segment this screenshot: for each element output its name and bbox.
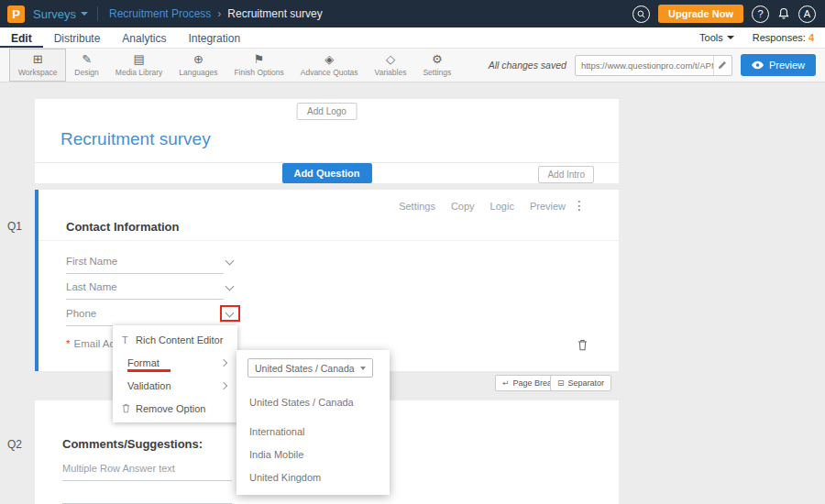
separator-button[interactable]: ⊟ Separator [550, 375, 611, 391]
required-asterisk: * [66, 338, 70, 349]
format-option-united-kingdom[interactable]: United Kingdom [236, 467, 390, 488]
advance-quotas-icon: ◈ [324, 53, 334, 65]
tab-edit[interactable]: Edit [0, 27, 43, 48]
question-action-links: Settings Copy Logic Preview [399, 201, 566, 212]
tools-label: Tools [699, 32, 723, 43]
add-logo-button[interactable]: Add Logo [296, 103, 358, 120]
survey-header-card: Add Logo Recruitment survey Add Question… [35, 99, 619, 183]
topbar-right-cluster: Upgrade Now ? A [632, 5, 825, 23]
toolbar-item-languages[interactable]: ⊕ Languages [170, 49, 226, 82]
context-menu-item-label: Remove Option [136, 403, 205, 414]
format-option-us-canada[interactable]: United States / Canada [236, 392, 390, 412]
question-number-q1: Q1 [7, 220, 22, 233]
editor-toolbar: ⊞ Workspace ✎ Design ▤ Media Library ⊕ L… [0, 49, 825, 82]
contact-field-phone[interactable]: Phone [66, 308, 224, 326]
context-menu-item-rich-content-editor[interactable]: T Rich Content Editor [113, 328, 237, 351]
upgrade-now-button[interactable]: Upgrade Now [658, 5, 743, 23]
responses-count: 4 [808, 32, 814, 43]
help-icon[interactable]: ? [752, 5, 769, 23]
languages-icon: ⊕ [193, 53, 204, 65]
field-options-chevron-icon[interactable] [226, 282, 235, 291]
format-select-dropdown[interactable]: United States / Canada [248, 358, 373, 378]
multirow-answer-placeholder[interactable]: Multiple Row Answer text [62, 463, 232, 481]
toolbar-item-variables[interactable]: ◇ Variables [367, 49, 415, 82]
top-navigation-bar: P Surveys Recruitment Process › Recruitm… [0, 0, 825, 27]
nav-right-cluster: Tools Responses:4 [699, 27, 825, 48]
context-menu-item-label: Format [127, 357, 160, 368]
submenu-chevron-right-icon [220, 382, 227, 389]
responses-label: Responses: [753, 32, 806, 43]
question-heading[interactable]: Comments/Suggestions: [62, 437, 203, 451]
separator-label: Separator [568, 378, 605, 388]
toolbar-item-workspace[interactable]: ⊞ Workspace [9, 49, 66, 82]
finish-options-icon: ⚑ [254, 53, 265, 65]
annotation-red-box [220, 305, 240, 322]
survey-title[interactable]: Recruitment survey [60, 129, 211, 149]
question-copy-link[interactable]: Copy [451, 201, 475, 212]
surveys-menu-label: Surveys [33, 7, 76, 21]
settings-gear-icon: ⚙ [432, 53, 443, 65]
question-preview-link[interactable]: Preview [530, 201, 566, 212]
tab-integration[interactable]: Integration [177, 27, 251, 48]
surveys-menu[interactable]: Surveys [33, 7, 88, 21]
toolbar-item-label: Settings [423, 68, 451, 77]
format-selected-value: United States / Canada [255, 363, 355, 374]
toolbar-item-media-library[interactable]: ▤ Media Library [107, 49, 171, 82]
question-logic-link[interactable]: Logic [490, 201, 514, 212]
tab-analytics[interactable]: Analytics [111, 27, 177, 48]
search-icon[interactable] [632, 5, 650, 23]
toolbar-item-label: Advance Quotas [301, 68, 358, 77]
format-option-international[interactable]: International [236, 422, 390, 442]
question-heading[interactable]: Contact Information [66, 220, 180, 234]
add-intro-button[interactable]: Add Intro [538, 166, 594, 183]
chevron-down-icon [727, 36, 734, 39]
context-menu-item-remove-option[interactable]: Remove Option [113, 397, 237, 420]
toolbar-item-label: Media Library [116, 68, 163, 77]
toolbar-item-finish-options[interactable]: ⚑ Finish Options [226, 49, 292, 82]
rich-text-icon: T [122, 334, 136, 345]
breadcrumb-recruitment-process[interactable]: Recruitment Process [109, 7, 211, 20]
tab-distribute[interactable]: Distribute [43, 27, 112, 48]
survey-editor-screen: P Surveys Recruitment Process › Recruitm… [0, 0, 825, 504]
format-option-india-mobile[interactable]: India Mobile [236, 444, 390, 465]
add-question-button[interactable]: Add Question [281, 163, 371, 183]
context-menu-item-validation[interactable]: Validation [113, 374, 237, 397]
toolbar-item-design[interactable]: ✎ Design [66, 49, 106, 82]
trash-icon [122, 403, 136, 413]
page-break-icon: ↵ [502, 378, 510, 388]
notifications-bell-icon[interactable] [777, 7, 790, 20]
media-library-icon: ▤ [133, 53, 144, 65]
toolbar-right-cluster: All changes saved https://www.questionpr… [489, 49, 825, 82]
preview-button[interactable]: Preview [741, 54, 816, 76]
preview-button-label: Preview [769, 60, 805, 71]
question-settings-link[interactable]: Settings [399, 201, 435, 212]
contact-field-first-name[interactable]: First Name [66, 256, 224, 274]
submenu-chevron-right-icon [220, 359, 227, 367]
field-options-context-menu: T Rich Content Editor Format Validation … [113, 325, 237, 422]
context-menu-item-label: Validation [127, 380, 171, 391]
toolbar-item-label: Design [74, 68, 98, 77]
toolbar-item-label: Finish Options [234, 68, 283, 77]
multirow-answer-line[interactable] [62, 493, 232, 504]
delete-question-trash-icon[interactable] [578, 338, 588, 355]
variables-icon: ◇ [386, 53, 395, 65]
save-status-text: All changes saved [489, 60, 566, 71]
toolbar-item-advance-quotas[interactable]: ◈ Advance Quotas [292, 49, 367, 82]
avatar[interactable]: A [798, 5, 816, 23]
breadcrumb-current: Recruitment survey [227, 7, 322, 20]
annotation-red-underline [127, 369, 170, 372]
context-menu-item-format[interactable]: Format [113, 351, 237, 374]
questionpro-logo[interactable]: P [7, 5, 25, 23]
survey-url-input[interactable]: https://www.questionpro.com/t/APNrFZ [575, 55, 732, 76]
tools-menu[interactable]: Tools [699, 32, 734, 43]
edit-url-pencil-icon[interactable] [713, 56, 732, 75]
toolbar-item-settings[interactable]: ⚙ Settings [414, 49, 459, 82]
responses-indicator[interactable]: Responses:4 [753, 32, 814, 43]
contact-field-last-name[interactable]: Last Name [66, 281, 224, 300]
context-menu-item-label: Rich Content Editor [136, 334, 223, 345]
toolbar-item-label: Variables [375, 68, 407, 77]
more-options-icon[interactable]: ⋮ [573, 198, 586, 213]
field-options-chevron-icon[interactable] [226, 257, 235, 266]
phone-format-panel: United States / Canada United States / C… [236, 350, 390, 495]
workspace-icon: ⊞ [33, 53, 43, 65]
